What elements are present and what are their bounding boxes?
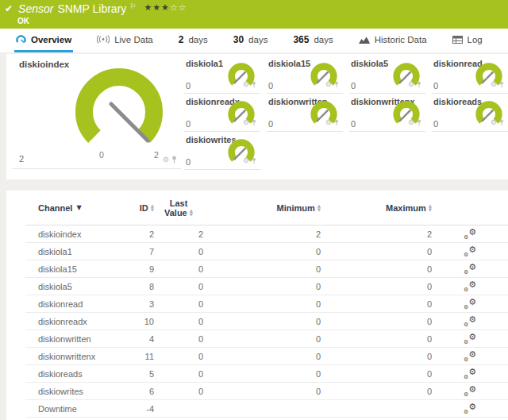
channel-name-link[interactable]: diskiowrites: [25, 387, 137, 396]
header-label: ID: [140, 203, 148, 213]
channel-settings-button[interactable]: ⚙⚙: [464, 333, 476, 345]
gauge-cell-primary: diskioindex 0 2 2 ⚙: [13, 56, 181, 169]
column-header-id[interactable]: ID ▲▼: [140, 203, 154, 213]
channel-pin-icon[interactable]: [417, 77, 421, 91]
channel-settings-button[interactable]: ⚙⚙: [464, 368, 476, 380]
channel-pin-icon[interactable]: [499, 115, 504, 129]
gauge-last-value: 0: [268, 119, 273, 129]
gauge-cell: diskionread 0 ⚙: [432, 56, 508, 94]
sort-icon: ▲▼: [318, 204, 321, 211]
header-label: Channel: [38, 203, 72, 213]
channel-last-value: 0: [154, 369, 203, 379]
channel-pin-icon[interactable]: [252, 115, 256, 129]
channel-settings-button[interactable]: ⚙⚙: [464, 351, 476, 362]
channel-gear-icon[interactable]: ⚙: [243, 119, 249, 126]
channel-pin-icon[interactable]: [252, 153, 256, 168]
channel-table-row: diskioindex 2 2 2 2 ⚙⚙: [25, 225, 508, 243]
tab-label: Historic Data: [375, 35, 427, 44]
channel-gear-icon[interactable]: ⚙: [491, 81, 497, 88]
channel-name-link[interactable]: diskionwrittenx: [25, 352, 137, 361]
gauge-last-value: 0: [268, 81, 273, 91]
channel-maximum: 0: [427, 282, 432, 291]
sensor-status-bar: ✔ Sensor SNMP Library ⚐ ★★★☆☆ OK: [0, 0, 508, 29]
channel-settings-button[interactable]: ⚙⚙: [464, 386, 476, 397]
column-header-maximum[interactable]: Maximum ▲▼: [386, 203, 432, 213]
sort-icon: ▲▼: [429, 204, 432, 211]
tab-label: days: [314, 35, 333, 44]
stars-filled[interactable]: ★★★: [144, 2, 170, 13]
channel-pin-icon[interactable]: [417, 115, 421, 129]
column-header-last-value[interactable]: Last Value▲▼: [154, 198, 203, 218]
tab-number: 30: [233, 34, 244, 45]
channel-pin-icon[interactable]: [499, 77, 504, 91]
channel-pin-icon[interactable]: [171, 152, 177, 167]
tab-30-days[interactable]: 30 days: [232, 29, 270, 52]
sort-desc-icon: ▼: [76, 204, 81, 211]
tab-log[interactable]: Log: [451, 29, 484, 52]
channel-gear-icon[interactable]: ⚙: [491, 119, 497, 126]
gauge-cell: diskionwrittenx 0 ⚙: [349, 94, 425, 132]
channel-maximum: 0: [427, 352, 432, 361]
gauge-last-value: 0: [351, 119, 356, 129]
channel-name-link[interactable]: diskiola15: [25, 264, 137, 274]
column-header-channel[interactable]: Channel ▼: [25, 203, 137, 213]
channel-minimum: 0: [316, 334, 321, 344]
channel-settings-button[interactable]: ⚙⚙: [464, 281, 476, 292]
gauge-cell: diskioreads 0 ⚙: [432, 94, 508, 132]
table-body: diskioindex 2 2 2 2 ⚙⚙ diskiola1 7 0 0 0…: [6, 225, 508, 418]
header-label: Maximum: [386, 203, 426, 213]
gauge-last-value: 0: [186, 157, 190, 167]
channel-name-link[interactable]: diskiola5: [25, 282, 137, 291]
channel-gear-icon[interactable]: ⚙: [408, 81, 414, 88]
tab-historic-data[interactable]: Historic Data: [357, 29, 429, 52]
channel-settings-button[interactable]: ⚙⚙: [464, 403, 476, 414]
channel-name-link[interactable]: diskiola1: [25, 247, 137, 256]
tab-live-data[interactable]: Live Data: [95, 29, 155, 52]
channel-name-link[interactable]: diskionreadx: [25, 317, 137, 326]
channel-pin-icon[interactable]: [334, 115, 339, 129]
channel-pin-icon[interactable]: [252, 77, 256, 91]
column-header-minimum[interactable]: Minimum ▲▼: [276, 203, 321, 213]
channel-minimum: 0: [316, 369, 321, 379]
gauge-last-value: 0: [186, 119, 190, 129]
stars-empty[interactable]: ☆☆: [170, 2, 187, 13]
channel-gear-icon[interactable]: ⚙: [163, 156, 169, 164]
flag-icon[interactable]: ⚐: [129, 2, 136, 10]
channel-gear-icon[interactable]: ⚙: [325, 81, 332, 88]
channel-name-link[interactable]: diskioindex: [25, 229, 137, 239]
channel-name-link[interactable]: diskioreads: [25, 369, 137, 379]
sort-icon: ▲▼: [190, 209, 193, 216]
channel-name-link[interactable]: diskionwritten: [25, 334, 137, 344]
channel-minimum: 0: [316, 387, 321, 396]
channel-gear-icon[interactable]: ⚙: [243, 157, 249, 164]
channel-maximum: 0: [427, 369, 432, 379]
channel-settings-button[interactable]: ⚙⚙: [464, 299, 476, 310]
channel-name-link[interactable]: diskionread: [25, 299, 137, 309]
channel-gear-icon[interactable]: ⚙: [408, 119, 414, 126]
tab-number: 2: [179, 34, 184, 45]
channel-table-row: diskionwrittenx 11 0 0 0 ⚙⚙: [25, 348, 508, 365]
tab-label: days: [188, 35, 207, 44]
gauge-dial: [71, 62, 167, 157]
channel-gear-icon[interactable]: ⚙: [243, 81, 249, 88]
tab-overview[interactable]: Overview: [14, 29, 73, 52]
channel-table-row: Downtime -4 ⚙⚙: [25, 400, 508, 418]
channel-settings-button[interactable]: ⚙⚙: [464, 264, 476, 275]
channel-gear-icon[interactable]: ⚙: [325, 119, 332, 126]
priority-stars[interactable]: ★★★☆☆: [144, 2, 187, 13]
channel-minimum: 0: [316, 264, 321, 274]
channel-settings-button[interactable]: ⚙⚙: [464, 229, 476, 240]
gauge-cell: diskionwritten 0 ⚙: [267, 94, 343, 132]
gauge-last-value: 2: [19, 154, 24, 164]
tab-2-days[interactable]: 2 days: [177, 29, 210, 52]
header-label: Minimum: [276, 203, 314, 213]
channel-minimum: 0: [316, 282, 321, 291]
channel-maximum: 0: [427, 334, 432, 344]
tab-365-days[interactable]: 365 days: [291, 29, 334, 52]
tab-number: 365: [293, 34, 309, 45]
channel-settings-button[interactable]: ⚙⚙: [464, 246, 476, 257]
channel-maximum: 0: [427, 299, 432, 309]
channel-settings-button[interactable]: ⚙⚙: [464, 316, 476, 327]
channel-name-link[interactable]: Downtime: [25, 404, 137, 414]
channel-pin-icon[interactable]: [334, 77, 339, 91]
